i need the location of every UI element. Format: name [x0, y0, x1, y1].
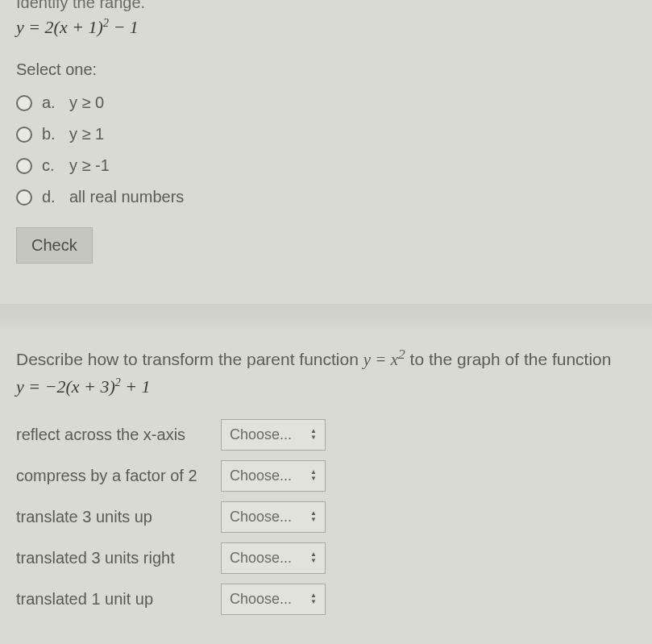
match-label: translated 3 units right — [16, 549, 221, 567]
match-row: compress by a factor of 2 Choose... ▲▼ — [16, 460, 636, 492]
match-label: compress by a factor of 2 — [16, 467, 221, 485]
updown-icon: ▲▼ — [310, 592, 317, 605]
match-row: translate 3 units up Choose... ▲▼ — [16, 501, 636, 533]
q1-heading-cutoff: Identify the range. — [16, 0, 636, 12]
radio-icon[interactable] — [16, 158, 32, 174]
choose-select[interactable]: Choose... ▲▼ — [221, 584, 326, 615]
choose-select[interactable]: Choose... ▲▼ — [221, 501, 326, 533]
option-letter: a. — [42, 93, 60, 112]
option-b[interactable]: b. y ≥ 1 — [16, 118, 636, 150]
match-label: translated 1 unit up — [16, 590, 221, 609]
choose-select[interactable]: Choose... ▲▼ — [221, 419, 326, 451]
option-letter: c. — [42, 156, 60, 175]
q1-equation: y = 2(x + 1)2 − 1 — [16, 17, 636, 38]
updown-icon: ▲▼ — [310, 510, 317, 523]
option-text: y ≥ -1 — [69, 156, 110, 175]
match-row: translated 3 units right Choose... ▲▼ — [16, 542, 636, 574]
q2-parent-fn: y = x2 — [363, 350, 405, 369]
choose-select[interactable]: Choose... ▲▼ — [221, 460, 326, 492]
q2-prompt: Describe how to transform the parent fun… — [16, 346, 636, 370]
match-label: reflect across the x-axis — [16, 426, 221, 444]
option-d[interactable]: d. all real numbers — [16, 181, 636, 213]
match-row: translated 1 unit up Choose... ▲▼ — [16, 584, 636, 615]
option-text: y ≥ 1 — [69, 125, 104, 143]
select-placeholder: Choose... — [230, 550, 292, 567]
q2-equation: y = −2(x + 3)2 + 1 — [16, 376, 636, 397]
option-letter: b. — [42, 125, 60, 143]
choose-select[interactable]: Choose... ▲▼ — [221, 542, 326, 574]
radio-icon[interactable] — [16, 95, 32, 111]
option-c[interactable]: c. y ≥ -1 — [16, 150, 636, 181]
updown-icon: ▲▼ — [310, 551, 317, 564]
q2-prompt-prefix: Describe how to transform the parent fun… — [16, 350, 363, 368]
section-divider — [0, 304, 652, 336]
select-placeholder: Choose... — [230, 509, 292, 526]
radio-icon[interactable] — [16, 189, 32, 206]
updown-icon: ▲▼ — [310, 469, 317, 482]
option-letter: d. — [42, 188, 60, 206]
q2-prompt-suffix: to the graph of the function — [405, 350, 612, 368]
radio-icon[interactable] — [16, 127, 32, 143]
match-row: reflect across the x-axis Choose... ▲▼ — [16, 419, 636, 451]
check-button[interactable]: Check — [16, 227, 93, 264]
updown-icon: ▲▼ — [310, 428, 317, 441]
select-placeholder: Choose... — [230, 591, 292, 608]
option-a[interactable]: a. y ≥ 0 — [16, 87, 636, 118]
select-one-label: Select one: — [16, 60, 636, 79]
match-label: translate 3 units up — [16, 508, 221, 526]
select-placeholder: Choose... — [230, 426, 292, 443]
select-placeholder: Choose... — [230, 467, 292, 484]
option-text: all real numbers — [69, 188, 184, 206]
option-text: y ≥ 0 — [69, 93, 104, 112]
